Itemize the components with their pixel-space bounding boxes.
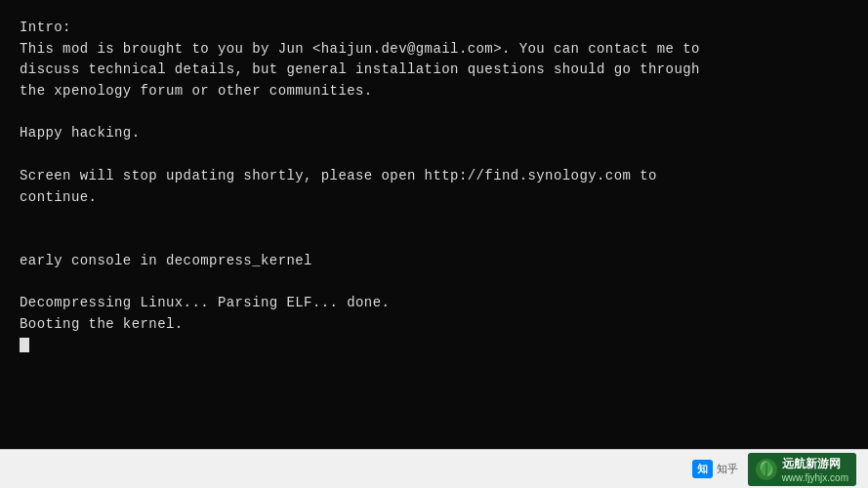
brand-name: 远航新游网 <box>782 456 848 472</box>
brand-icon <box>756 459 777 480</box>
terminal-cursor <box>20 338 29 352</box>
brand-badge: 远航新游网 www.fjyhjx.com <box>748 453 856 486</box>
brand-url: www.fjyhjx.com <box>782 472 848 483</box>
terminal-output: Intro: This mod is brought to you by Jun… <box>20 18 848 335</box>
zhihu-logo: 知 <box>692 460 713 478</box>
zhihu-text: 知乎 <box>717 462 738 476</box>
terminal-screen: Intro: This mod is brought to you by Jun… <box>0 0 868 449</box>
footer-bar: 知 知乎 远航新游网 www.fjyhjx.com <box>0 449 868 488</box>
zhihu-badge: 知 知乎 <box>692 460 738 478</box>
brand-text-block: 远航新游网 www.fjyhjx.com <box>782 456 848 483</box>
